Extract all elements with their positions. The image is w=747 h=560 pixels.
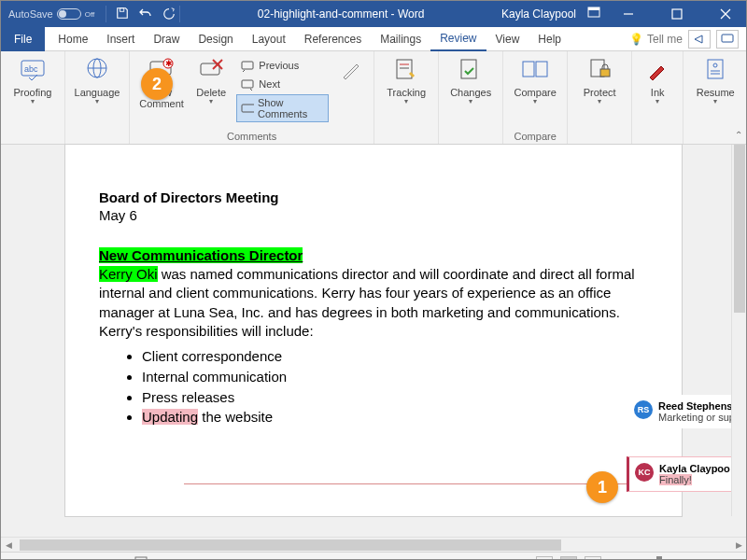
tell-me-label: Tell me bbox=[647, 33, 683, 46]
list-item: Press releases bbox=[142, 387, 648, 408]
group-compare: Compare ▾ Compare bbox=[503, 51, 568, 144]
word-count[interactable]: 143 words bbox=[74, 557, 121, 561]
comment-item[interactable]: RS Reed Stephens Marketing or sup bbox=[627, 395, 746, 428]
group-label: Comments bbox=[137, 129, 366, 142]
comment-item-active[interactable]: KC Kayla Claypoo Finally! bbox=[627, 456, 746, 492]
previous-comment-button[interactable]: Previous bbox=[236, 57, 329, 74]
ribbon-options-icon[interactable] bbox=[587, 7, 600, 22]
group-label bbox=[575, 129, 624, 142]
tab-insert[interactable]: Insert bbox=[97, 27, 144, 51]
group-label bbox=[691, 129, 740, 142]
tab-draw[interactable]: Draw bbox=[144, 27, 189, 51]
tracking-button[interactable]: Tracking ▾ bbox=[382, 55, 430, 106]
ribbon: abc Proofing ▾ Language ▾ ✱ New Comment … bbox=[1, 51, 746, 145]
lightbulb-icon: 💡 bbox=[629, 33, 643, 46]
tab-layout[interactable]: Layout bbox=[243, 27, 295, 51]
group-label bbox=[73, 129, 121, 142]
autosave-label: AutoSave bbox=[8, 8, 53, 20]
dropdown-arrow-icon: ▾ bbox=[655, 98, 659, 106]
tab-file[interactable]: File bbox=[1, 27, 45, 51]
doc-heading: Board of Directors Meeting bbox=[99, 189, 648, 205]
svg-rect-4 bbox=[672, 9, 682, 19]
svg-rect-7 bbox=[722, 35, 733, 42]
language-button[interactable]: Language ▾ bbox=[73, 55, 121, 106]
comment-author: Kayla Claypoo bbox=[659, 463, 730, 474]
save-icon[interactable] bbox=[116, 7, 129, 22]
dropdown-arrow-icon: ▾ bbox=[31, 98, 35, 106]
statusbar: Page 1 of 1 143 words English (United St… bbox=[1, 552, 746, 560]
dropdown-arrow-icon: ▾ bbox=[713, 98, 717, 106]
show-comments-label: Show Comments bbox=[258, 97, 324, 119]
group-label bbox=[446, 129, 495, 142]
undo-icon[interactable] bbox=[138, 7, 153, 22]
group-protect: Protect ▾ bbox=[568, 51, 632, 144]
web-layout-button[interactable] bbox=[585, 556, 601, 561]
highlighted-word: Updating bbox=[142, 409, 198, 425]
resume-button[interactable]: Resume ▾ bbox=[691, 55, 740, 106]
svg-point-31 bbox=[713, 63, 717, 67]
group-tracking: Tracking ▾ bbox=[374, 51, 439, 144]
horizontal-scrollbar[interactable]: ◀ ▶ bbox=[1, 537, 746, 552]
tab-review[interactable]: Review bbox=[430, 27, 486, 51]
print-layout-button[interactable] bbox=[560, 556, 577, 561]
dropdown-arrow-icon: ▾ bbox=[469, 98, 472, 106]
changes-button[interactable]: Changes ▾ bbox=[446, 55, 495, 106]
tab-design[interactable]: Design bbox=[189, 27, 242, 51]
protect-button[interactable]: Protect ▾ bbox=[575, 55, 624, 106]
proofing-status-icon[interactable] bbox=[134, 555, 148, 561]
avatar: KC bbox=[635, 463, 654, 482]
maximize-button[interactable] bbox=[656, 1, 698, 27]
titlebar: AutoSave Off 02-highlight-and-comment - … bbox=[1, 1, 746, 27]
svg-rect-20 bbox=[242, 80, 253, 88]
collapse-ribbon-icon[interactable]: ⌃ bbox=[735, 130, 742, 140]
ribbon-tabs: File Home Insert Draw Design Layout Refe… bbox=[1, 27, 746, 51]
autosave-toggle[interactable]: AutoSave Off bbox=[1, 8, 102, 20]
read-mode-button[interactable] bbox=[536, 556, 553, 561]
callout-badge-2: 2 bbox=[141, 68, 173, 100]
tell-me-search[interactable]: 💡 Tell me bbox=[629, 33, 683, 46]
autosave-state: Off bbox=[85, 10, 95, 19]
dropdown-arrow-icon: ▾ bbox=[404, 98, 408, 106]
group-label bbox=[640, 129, 675, 142]
toggle-icon bbox=[57, 8, 81, 20]
compare-button[interactable]: Compare ▾ bbox=[511, 55, 559, 106]
proofing-button[interactable]: abc Proofing ▾ bbox=[8, 55, 57, 106]
tab-help[interactable]: Help bbox=[529, 27, 571, 51]
svg-rect-19 bbox=[242, 62, 253, 69]
dropdown-arrow-icon: ▾ bbox=[95, 98, 99, 106]
svg-rect-30 bbox=[708, 60, 723, 78]
list-item: Internal communication bbox=[142, 367, 648, 387]
zoom-level[interactable]: 90% bbox=[718, 557, 739, 561]
delete-comment-button[interactable]: Delete ▾ bbox=[193, 55, 229, 106]
scroll-left-icon[interactable]: ◀ bbox=[1, 538, 16, 553]
minimize-button[interactable] bbox=[608, 1, 649, 27]
next-comment-button[interactable]: Next bbox=[236, 76, 329, 92]
comment-text: Finally! bbox=[659, 474, 692, 485]
list-item: Client correspondence bbox=[142, 346, 648, 367]
group-label bbox=[382, 129, 430, 142]
ink-button[interactable]: Ink ▾ bbox=[640, 55, 675, 106]
group-changes: Changes ▾ bbox=[439, 51, 503, 144]
scroll-right-icon[interactable]: ▶ bbox=[731, 538, 746, 553]
show-comments-button[interactable]: Show Comments bbox=[236, 94, 329, 122]
language-indicator[interactable]: English (United States) bbox=[161, 557, 266, 561]
zoom-in-button[interactable]: + bbox=[705, 557, 711, 561]
close-button[interactable] bbox=[705, 1, 746, 27]
share-button[interactable] bbox=[688, 30, 711, 49]
tab-home[interactable]: Home bbox=[49, 27, 97, 51]
tab-references[interactable]: References bbox=[295, 27, 371, 51]
tab-view[interactable]: View bbox=[486, 27, 529, 51]
redo-icon[interactable] bbox=[162, 7, 176, 22]
doc-subheading: New Communications Director bbox=[99, 247, 303, 263]
user-name[interactable]: Kayla Claypool bbox=[498, 7, 580, 21]
document-page[interactable]: Board of Directors Meeting May 6 New Com… bbox=[65, 145, 682, 516]
svg-rect-27 bbox=[536, 62, 547, 77]
dropdown-arrow-icon: ▾ bbox=[209, 98, 213, 106]
zoom-out-button[interactable]: − bbox=[609, 557, 614, 561]
page-indicator[interactable]: Page 1 of 1 bbox=[8, 557, 61, 561]
svg-text:✱: ✱ bbox=[165, 59, 173, 68]
vertical-scrollbar[interactable] bbox=[731, 145, 746, 516]
comments-toggle-button[interactable] bbox=[716, 30, 739, 49]
tab-mailings[interactable]: Mailings bbox=[371, 27, 430, 51]
ink-comment-button[interactable] bbox=[336, 55, 366, 87]
